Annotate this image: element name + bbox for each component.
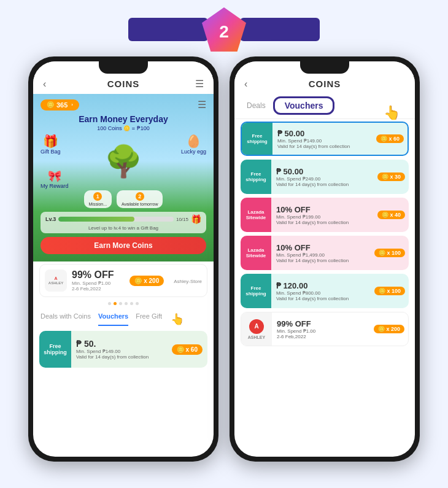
voucher-small-body: ₱ 50. Min. Spend ₱149.00 Valid for 14 da… bbox=[71, 335, 172, 363]
right-phone-screen: ‹ COINS Deals Vouchers 👆 Free shipping ₱… bbox=[234, 61, 415, 457]
store-logo: AASHLEY bbox=[45, 269, 67, 292]
dot-2-active bbox=[114, 302, 117, 305]
voucher-1-amount: ₱ 50.00 bbox=[277, 129, 371, 138]
mission-1-num: 1 bbox=[93, 192, 102, 201]
store-info: 99% OFF Min. Spend ₱1.00 2-6 Feb,2022 bbox=[72, 269, 125, 292]
voucher-2-body: ₱ 50.00 Min. Spend ₱249.00 Valid for 14 … bbox=[271, 165, 377, 190]
game-area: 365 › ☰ Earn Money Everyday 100 Coins 🪙 … bbox=[33, 94, 214, 261]
earn-title: Earn Money Everyday bbox=[41, 114, 206, 124]
right-back-arrow-icon[interactable]: ‹ bbox=[244, 79, 247, 90]
voucher-small-valid: Valid for 14 day(s) from collection bbox=[76, 354, 167, 360]
free-gift-tab[interactable]: Free Gift bbox=[136, 312, 162, 326]
mission-2-label: Available tomorrow bbox=[122, 202, 158, 206]
voucher-4-tag: Lazada Sitewide bbox=[241, 236, 271, 270]
voucher-3-valid: Valid for 14 day(s) from collection bbox=[276, 220, 373, 225]
voucher-4-valid: Valid for 14 day(s) from collection bbox=[276, 258, 369, 263]
voucher-small-amount: ₱ 50. bbox=[76, 339, 167, 349]
voucher-3-amount: 10% OFF bbox=[276, 205, 373, 214]
level-bar-fill bbox=[58, 217, 134, 222]
left-phone-notch bbox=[99, 61, 148, 74]
mission-2[interactable]: 2 Available tomorrow bbox=[117, 190, 163, 208]
voucher-card-3: Lazada Sitewide 10% OFF Min. Spend ₱199.… bbox=[241, 198, 409, 232]
level-progress-text: 10/15 bbox=[176, 217, 188, 222]
mission-1[interactable]: 1 Mission... bbox=[84, 190, 112, 208]
voucher-3-tag: Lazada Sitewide bbox=[241, 198, 271, 232]
voucher-3-coins: 🪙 x 40 bbox=[377, 211, 405, 219]
voucher-5-valid: Valid for 14 day(s) from collection bbox=[276, 296, 369, 301]
game-top-bar: 365 › ☰ bbox=[41, 99, 206, 110]
voucher-1-body: ₱ 50.00 Min. Spend ₱149.00 Valid for 14 … bbox=[272, 126, 376, 152]
voucher-card-1: Free shipping ₱ 50.00 Min. Spend ₱149.00… bbox=[241, 122, 409, 156]
dot-indicators bbox=[33, 300, 214, 308]
level-hint: Level up to lv.4 to win a Gift Bag bbox=[45, 225, 201, 231]
hand-cursor-right-icon: 👆 bbox=[384, 105, 400, 121]
step-diamond: 2 bbox=[202, 7, 246, 52]
gift-icon: 🎁 bbox=[191, 214, 201, 224]
voucher-card-4: Lazada Sitewide 10% OFF Min. Spend ₱1,49… bbox=[241, 236, 409, 270]
badge-bar-right bbox=[240, 18, 320, 41]
level-label: Lv.3 bbox=[45, 216, 56, 222]
voucher-6-body: 99% OFF Min. Spend ₱1.00 2-6 Feb,2022 bbox=[272, 317, 374, 342]
my-reward[interactable]: My Reward bbox=[41, 169, 69, 189]
level-bar-area: Lv.3 10/15 🎁 Level up to lv.4 to win a G… bbox=[41, 212, 206, 233]
voucher-4-amount: 10% OFF bbox=[276, 243, 369, 252]
back-arrow-icon[interactable]: ‹ bbox=[43, 79, 46, 90]
voucher-3-body: 10% OFF Min. Spend ₱199.00 Valid for 14 … bbox=[271, 203, 377, 228]
vouchers-tab-right[interactable]: Vouchers bbox=[273, 96, 335, 115]
vouchers-tab-left[interactable]: Vouchers bbox=[98, 312, 128, 326]
voucher-5-coins: 🪙 x 100 bbox=[374, 287, 405, 295]
voucher-6-valid: 2-6 Feb,2022 bbox=[277, 334, 369, 339]
voucher-2-min: Min. Spend ₱249.00 bbox=[276, 176, 373, 182]
tree-area: Gift Bag 🌳 Lucky egg My Reward bbox=[41, 134, 206, 189]
mission-1-label: Mission... bbox=[89, 202, 107, 206]
left-phone-screen: ‹ COINS ☰ 365 › ☰ Earn Money Everyday 10… bbox=[33, 61, 214, 457]
dot-1 bbox=[108, 302, 111, 305]
voucher-4-min: Min. Spend ₱1,499.00 bbox=[276, 252, 369, 258]
missions-row: 1 Mission... 2 Available tomorrow bbox=[41, 190, 206, 208]
right-tabs-row: Deals Vouchers 👆 bbox=[234, 94, 415, 119]
voucher-card-5: Free shipping ₱ 120.00 Min. Spend ₱800.0… bbox=[241, 274, 409, 308]
voucher-6-tag: A ASHLEY bbox=[241, 312, 272, 346]
voucher-1-min: Min. Spend ₱149.00 bbox=[277, 138, 371, 144]
voucher-small-tag: Free shipping bbox=[39, 331, 71, 368]
coins-arrow[interactable]: › bbox=[71, 102, 73, 107]
voucher-2-valid: Valid for 14 day(s) from collection bbox=[276, 182, 373, 187]
voucher-5-body: ₱ 120.00 Min. Spend ₱800.00 Valid for 14… bbox=[271, 279, 374, 304]
lucky-egg[interactable]: Lucky egg bbox=[181, 134, 206, 155]
voucher-6-coins: 🪙 x 200 bbox=[374, 325, 404, 333]
level-progress-bar bbox=[58, 217, 174, 222]
game-menu-dots[interactable]: ☰ bbox=[198, 99, 206, 110]
voucher-1-valid: Valid for 14 day(s) from collection bbox=[277, 144, 371, 149]
right-phone-title: COINS bbox=[309, 79, 341, 89]
voucher-5-min: Min. Spend ₱800.00 bbox=[276, 290, 369, 296]
earn-more-coins-button[interactable]: Earn More Coins bbox=[41, 237, 206, 254]
deals-with-coins-tab[interactable]: Deals with Coins bbox=[41, 312, 91, 326]
tree-icon: 🌳 bbox=[104, 144, 142, 179]
badge-bar-left bbox=[128, 18, 208, 41]
mission-2-num: 2 bbox=[136, 192, 144, 201]
store-card: AASHLEY 99% OFF Min. Spend ₱1.00 2-6 Feb… bbox=[39, 264, 207, 297]
step-badge-area: 2 bbox=[0, 7, 448, 52]
dot-6 bbox=[136, 302, 139, 305]
deals-tab-right[interactable]: Deals bbox=[243, 99, 269, 112]
voucher-5-amount: ₱ 120.00 bbox=[276, 281, 369, 290]
right-phone: ‹ COINS Deals Vouchers 👆 Free shipping ₱… bbox=[230, 56, 420, 462]
phones-container: ‹ COINS ☰ 365 › ☰ Earn Money Everyday 10… bbox=[22, 56, 426, 462]
voucher-1-coins: 🪙 x 60 bbox=[376, 134, 404, 143]
voucher-5-tag: Free shipping bbox=[241, 274, 271, 308]
voucher-4-body: 10% OFF Min. Spend ₱1,499.00 Valid for 1… bbox=[271, 241, 374, 266]
hand-cursor-icon: 👆 bbox=[171, 312, 184, 326]
voucher-6-min: Min. Spend ₱1.00 bbox=[277, 328, 369, 334]
voucher-3-min: Min. Spend ₱199.00 bbox=[276, 214, 373, 220]
voucher-small-min: Min. Spend ₱149.00 bbox=[76, 349, 167, 354]
voucher-1-tag: Free shipping bbox=[242, 123, 272, 155]
left-phone-title: COINS bbox=[107, 79, 140, 89]
gift-bag[interactable]: Gift Bag bbox=[41, 134, 61, 155]
level-row: Lv.3 10/15 🎁 bbox=[45, 214, 201, 224]
voucher-4-coins: 🪙 x 100 bbox=[374, 249, 405, 257]
right-phone-notch bbox=[300, 61, 349, 74]
deals-tabs: Deals with Coins Vouchers Free Gift 👆 bbox=[33, 308, 214, 328]
menu-icon[interactable]: ☰ bbox=[195, 78, 204, 90]
voucher-card-2: Free shipping ₱ 50.00 Min. Spend ₱249.00… bbox=[241, 160, 409, 194]
voucher-2-coins: 🪙 x 30 bbox=[377, 172, 405, 181]
